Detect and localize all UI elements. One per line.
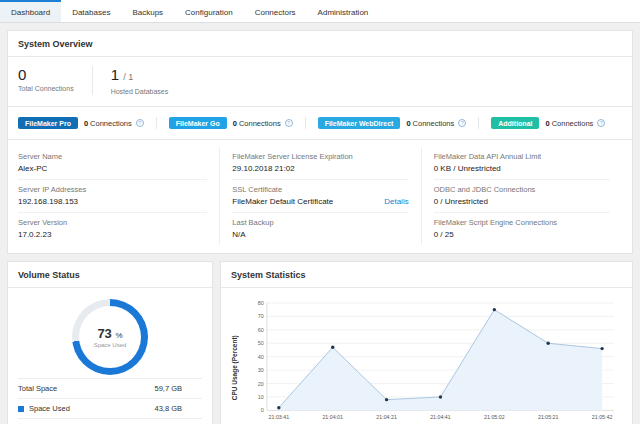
total-space-value: 59,7 GB	[154, 384, 202, 393]
svg-text:60: 60	[258, 327, 264, 333]
svg-text:21:04:21: 21:04:21	[376, 414, 397, 420]
filemaker-go-badge: FileMaker Go	[169, 117, 227, 129]
odbc-jdbc-label: ODBC and JDBC Connections	[434, 185, 610, 194]
system-overview-card: System Overview 0 Total Connections 1 / …	[7, 30, 633, 254]
volume-status-title: Volume Status	[18, 270, 202, 280]
additional-group: Additional 0 Connections ?	[478, 117, 617, 129]
data-api-limit-label: FileMaker Data API Annual Limit	[434, 152, 610, 161]
filemaker-admin-console: Dashboard Databases Backups Configuratio…	[0, 0, 640, 424]
system-statistics-title: System Statistics	[231, 270, 622, 280]
volume-status-card: Volume Status 73 % Space Used	[7, 261, 213, 424]
tab-connectors[interactable]: Connectors	[244, 0, 307, 22]
odbc-jdbc-cell: ODBC and JDBC Connections 0 / Unrestrict…	[434, 179, 610, 212]
system-statistics-card: System Statistics CPU Usage (Percent) 01…	[220, 261, 633, 424]
divider	[92, 66, 93, 95]
server-version-cell: Server Version 17.0.2.23	[18, 212, 207, 245]
info-icon[interactable]: ?	[458, 119, 466, 127]
divider	[8, 56, 632, 57]
divider	[221, 287, 632, 288]
space-used-marker-icon	[18, 406, 24, 412]
filemaker-pro-connections-label: Connections	[90, 119, 132, 128]
hosted-databases-total: / 1	[123, 72, 133, 82]
server-name-cell: Server Name Alex-PC	[18, 147, 207, 179]
filemaker-webdirect-group: FileMaker WebDirect 0 Connections ?	[305, 117, 479, 129]
connection-stats-row: 0 Total Connections 1 / 1 Hosted Databas…	[18, 64, 622, 99]
tab-dashboard[interactable]: Dashboard	[0, 0, 61, 22]
filemaker-go-connections-label: Connections	[239, 119, 281, 128]
ssl-certificate-cell: SSL Certificate FileMaker Default Certif…	[232, 179, 408, 212]
svg-text:20: 20	[258, 380, 264, 386]
ssl-certificate-value: FileMaker Default Certificate	[232, 197, 333, 206]
server-ip-cell: Server IP Addresses 192.168.198.153	[18, 179, 207, 212]
svg-text:0: 0	[261, 407, 264, 413]
percent-number: 73	[97, 326, 111, 341]
donut-center: 73 % Space Used	[79, 306, 141, 368]
server-name-value: Alex-PC	[18, 164, 207, 173]
server-details-column-2: FileMaker Server License Expiration 29.1…	[219, 147, 420, 245]
additional-badge: Additional	[491, 117, 539, 129]
dashboard-page: System Overview 0 Total Connections 1 / …	[0, 23, 640, 424]
svg-text:40: 40	[258, 353, 264, 359]
ssl-certificate-label: SSL Certificate	[232, 185, 408, 194]
svg-text:50: 50	[258, 340, 264, 346]
tab-backups[interactable]: Backups	[121, 0, 174, 22]
hosted-databases-count: 1	[111, 66, 119, 83]
space-used-percent: 73 %	[97, 326, 122, 341]
space-used-donut: 73 % Space Used	[72, 299, 148, 375]
space-used-label: Space Used	[29, 404, 70, 413]
filemaker-webdirect-badge: FileMaker WebDirect	[318, 117, 401, 129]
filemaker-webdirect-connections-label: Connections	[413, 119, 455, 128]
cpu-usage-chart: 0102030405060708021:03:4121:04:0121:04:2…	[243, 297, 622, 424]
server-version-label: Server Version	[18, 218, 207, 227]
script-engine-label: FileMaker Script Engine Connections	[434, 218, 610, 227]
svg-text:80: 80	[258, 300, 264, 306]
cpu-chart-wrap: CPU Usage (Percent) 0102030405060708021:…	[231, 297, 622, 424]
filemaker-webdirect-count: 0	[406, 119, 410, 128]
info-icon[interactable]: ?	[285, 119, 293, 127]
svg-text:30: 30	[258, 367, 264, 373]
filemaker-pro-group: FileMaker Pro 0 Connections ?	[18, 117, 156, 129]
system-overview-title: System Overview	[18, 39, 622, 49]
divider	[8, 287, 212, 288]
data-api-limit-value: 0 KB / Unrestricted	[434, 164, 610, 173]
percent-sign: %	[115, 331, 122, 340]
chart-main: 0102030405060708021:03:4121:04:0121:04:2…	[243, 297, 622, 424]
donut-wrap: 73 % Space Used	[18, 295, 202, 378]
total-connections-label: Total Connections	[18, 85, 74, 92]
server-ip-value: 192.168.198.153	[18, 197, 207, 206]
svg-text:21:05:42: 21:05:42	[592, 414, 613, 420]
filemaker-go-count: 0	[233, 119, 237, 128]
bottom-row: Volume Status 73 % Space Used	[7, 261, 633, 424]
svg-text:21:03:41: 21:03:41	[269, 414, 290, 420]
total-connections-value: 0	[18, 66, 74, 83]
license-expiration-value: 29.10.2018 21:02	[232, 164, 408, 173]
tab-configuration[interactable]: Configuration	[174, 0, 244, 22]
info-icon[interactable]: ?	[597, 119, 605, 127]
svg-text:21:05:02: 21:05:02	[484, 414, 505, 420]
filemaker-pro-count: 0	[84, 119, 88, 128]
total-space-label: Total Space	[18, 384, 57, 393]
divider	[8, 139, 632, 140]
script-engine-cell: FileMaker Script Engine Connections 0 / …	[434, 212, 610, 245]
info-icon[interactable]: ?	[136, 119, 144, 127]
space-remaining-row: Space Remaining 15,9 GB	[18, 418, 202, 424]
total-connections-stat: 0 Total Connections	[18, 66, 74, 95]
server-ip-label: Server IP Addresses	[18, 185, 207, 194]
ssl-details-link[interactable]: Details	[384, 197, 408, 206]
space-used-caption: Space Used	[94, 342, 127, 348]
additional-connections-label: Connections	[552, 119, 594, 128]
odbc-jdbc-value: 0 / Unrestricted	[434, 197, 610, 206]
license-expiration-cell: FileMaker Server License Expiration 29.1…	[232, 147, 408, 179]
server-details-column-1: Server Name Alex-PC Server IP Addresses …	[18, 147, 219, 245]
tab-administration[interactable]: Administration	[307, 0, 380, 22]
server-details-grid: Server Name Alex-PC Server IP Addresses …	[18, 147, 622, 245]
svg-text:21:04:01: 21:04:01	[322, 414, 343, 420]
svg-text:21:04:41: 21:04:41	[430, 414, 451, 420]
volume-legend: Total Space 59,7 GB Space Used 43,8 GB S…	[18, 378, 202, 424]
server-version-value: 17.0.2.23	[18, 230, 207, 239]
filemaker-go-group: FileMaker Go 0 Connections ?	[156, 117, 305, 129]
client-badges-row: FileMaker Pro 0 Connections ? FileMaker …	[18, 114, 622, 132]
last-backup-label: Last Backup	[232, 218, 408, 227]
space-used-value: 43,8 GB	[154, 404, 202, 413]
tab-databases[interactable]: Databases	[61, 0, 121, 22]
